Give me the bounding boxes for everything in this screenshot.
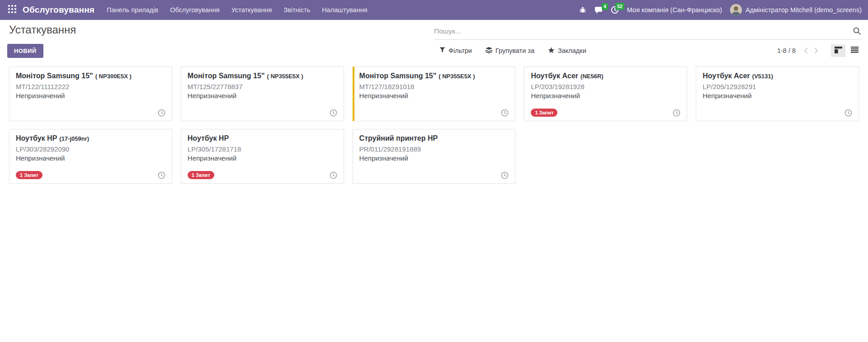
page-title: Устаткування: [9, 24, 76, 36]
equipment-card[interactable]: Монітор Samsung 15" ( NP355E5X ) MT/125/…: [181, 66, 344, 121]
menu-item-reporting[interactable]: Звітність: [278, 0, 316, 20]
list-view-icon: [851, 47, 859, 55]
activity-clock-icon[interactable]: [330, 109, 337, 117]
menu-item-maintenance[interactable]: Обслуговування: [164, 0, 226, 20]
messages-count-badge: 4: [602, 3, 608, 10]
new-button[interactable]: НОВИЙ: [7, 44, 43, 58]
equipment-model: ( NP300E5X ): [95, 73, 132, 80]
equipment-model: ( NP355E5X ): [439, 73, 475, 80]
equipment-serial: PR/011/2928191889: [359, 145, 509, 153]
equipment-name: Ноутбук Acer: [531, 72, 578, 80]
equipment-card[interactable]: Струйний принтер HP PR/011/2928191889 Не…: [353, 129, 516, 184]
search-icon[interactable]: [849, 25, 862, 37]
equipment-name: Монітор Samsung 15": [359, 72, 437, 80]
menu-item-settings[interactable]: Налаштування: [316, 0, 373, 20]
favorites-menu[interactable]: Закладки: [548, 47, 586, 55]
group-by-label: Групувати за: [495, 47, 534, 54]
kanban-grid: Монітор Samsung 15" ( NP300E5X ) MT/122/…: [0, 62, 868, 184]
filter-funnel-icon: [439, 47, 445, 54]
equipment-assignee: Непризначений: [703, 92, 852, 100]
equipment-serial: LP/303/28292090: [16, 145, 165, 153]
equipment-model: ( NP355E5X ): [267, 73, 303, 80]
equipment-name: Ноутбук HP: [16, 134, 57, 142]
equipment-name: Ноутбук Acer: [703, 72, 750, 80]
apps-menu-button[interactable]: [5, 0, 20, 20]
star-icon: [548, 47, 555, 55]
activity-clock-icon[interactable]: [501, 171, 509, 179]
equipment-name: Ноутбук HP: [188, 134, 229, 142]
equipment-serial: LP/205/12928291: [703, 83, 852, 90]
equipment-assignee: Непризначений: [359, 154, 509, 162]
control-panel-top: Устаткування: [0, 20, 868, 40]
view-switcher: [831, 44, 862, 57]
pager-value[interactable]: 1-8 / 8: [777, 47, 796, 54]
equipment-serial: LP/305/17281718: [188, 145, 337, 153]
debug-bug-icon[interactable]: [579, 6, 586, 14]
filters-label: Фільтри: [448, 47, 472, 54]
equipment-assignee: Непризначений: [188, 154, 337, 162]
activity-clock-icon[interactable]: [673, 109, 680, 117]
equipment-card[interactable]: Ноутбук HP LP/305/17281718 Непризначений…: [181, 129, 344, 184]
request-count-badge: 1 Запит: [188, 171, 214, 179]
pager-previous-icon[interactable]: [801, 45, 810, 56]
search-options: Фільтри Групувати за Закладки: [439, 47, 586, 55]
activity-clock-icon[interactable]: [844, 109, 852, 117]
user-menu[interactable]: Адміністратор Mitchell (demo_screens): [730, 4, 862, 16]
topbar: Обслуговування Панель приладів Обслугову…: [0, 0, 868, 20]
equipment-card[interactable]: Монітор Samsung 15" ( NP300E5X ) MT/122/…: [9, 66, 172, 121]
activities-icon[interactable]: 52: [611, 6, 619, 14]
equipment-card[interactable]: Ноутбук HP (17-j059nr) LP/303/28292090 Н…: [9, 129, 172, 184]
equipment-assignee: Непризначений: [16, 154, 165, 162]
group-by-menu[interactable]: Групувати за: [486, 47, 534, 55]
activity-clock-icon[interactable]: [501, 109, 509, 117]
equipment-name: Монітор Samsung 15": [16, 72, 93, 80]
filters-menu[interactable]: Фільтри: [439, 47, 472, 54]
layers-icon: [486, 47, 492, 55]
equipment-assignee: Непризначений: [531, 92, 680, 100]
equipment-name: Струйний принтер HP: [359, 134, 438, 142]
equipment-serial: LP/203/19281928: [531, 83, 680, 90]
pager-next-icon[interactable]: [812, 45, 821, 56]
app-menu: Панель приладів Обслуговування Устаткува…: [101, 0, 373, 20]
equipment-assignee: Непризначений: [188, 92, 337, 100]
equipment-card[interactable]: Ноутбук Acer (V5131) LP/205/12928291 Неп…: [696, 66, 859, 121]
search-input[interactable]: [434, 27, 849, 35]
menu-item-dashboard[interactable]: Панель приладів: [101, 0, 164, 20]
activity-clock-icon[interactable]: [330, 171, 337, 179]
equipment-assignee: Непризначений: [359, 92, 509, 100]
equipment-model: (V5131): [752, 73, 773, 80]
kanban-view-icon: [835, 47, 842, 55]
equipment-assignee: Непризначений: [16, 92, 165, 100]
activity-clock-icon[interactable]: [158, 109, 165, 117]
current-app-name[interactable]: Обслуговування: [20, 5, 101, 15]
menu-item-equipment[interactable]: Устаткування: [226, 0, 278, 20]
equipment-serial: MT/122/11112222: [16, 83, 165, 90]
equipment-serial: MT/127/18291018: [359, 83, 509, 90]
equipment-model: (17-j059nr): [59, 135, 89, 142]
request-count-badge: 1 Запит: [531, 109, 557, 117]
favorites-label: Закладки: [558, 47, 586, 54]
equipment-name: Монітор Samsung 15": [188, 72, 265, 80]
avatar: [730, 4, 742, 16]
activity-clock-icon[interactable]: [158, 171, 165, 179]
pager: 1-8 / 8: [777, 45, 821, 56]
equipment-card[interactable]: Монітор Samsung 15" ( NP355E5X ) MT/127/…: [353, 66, 516, 121]
equipment-card[interactable]: Ноутбук Acer (NE56R) LP/203/19281928 Неп…: [524, 66, 687, 121]
equipment-serial: MT/125/22778837: [188, 83, 337, 90]
list-view-button[interactable]: [847, 44, 862, 57]
equipment-model: (NE56R): [580, 73, 604, 80]
messages-icon[interactable]: 4: [594, 6, 603, 14]
control-panel-bottom: НОВИЙ Фільтри Групувати за: [0, 40, 868, 62]
kanban-view-button[interactable]: [831, 44, 845, 57]
user-name: Адміністратор Mitchell (demo_screens): [745, 6, 862, 14]
company-switcher[interactable]: Моя компанія (Сан-Франциско): [627, 6, 722, 14]
apps-grid-icon: [8, 5, 16, 15]
activities-count-badge: 52: [615, 3, 624, 10]
request-count-badge: 1 Запит: [16, 171, 42, 179]
search-box: [434, 23, 862, 40]
